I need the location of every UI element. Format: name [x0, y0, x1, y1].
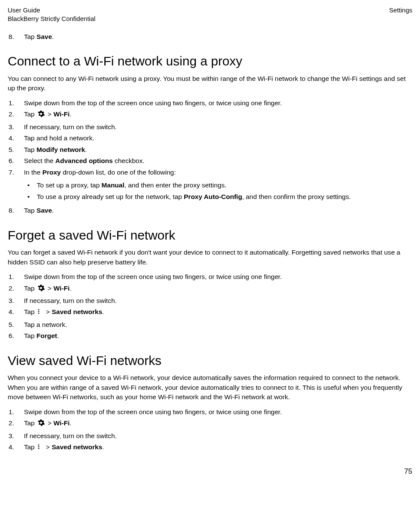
step: 2.Tap > Wi-Fi.	[8, 284, 412, 294]
step-number: 5.	[8, 145, 24, 154]
bullet-text: To set up a proxy, tap Manual, and then …	[37, 181, 226, 190]
step-number: 3.	[8, 296, 24, 305]
step-number: 2.	[8, 418, 24, 428]
step: 8. Tap Save.	[8, 32, 412, 42]
step-number: 5.	[8, 320, 24, 329]
step-text: If necessary, turn on the switch.	[24, 122, 412, 132]
step-number: 8.	[8, 32, 24, 42]
step-text: Tap > Saved networks.	[24, 307, 412, 318]
step-text: Swipe down from the top of the screen on…	[24, 272, 412, 282]
page-header: User Guide BlackBerry Strictly Confident…	[8, 6, 412, 23]
step: 4.Tap and hold a network.	[8, 133, 412, 143]
step-number: 4.	[8, 133, 24, 143]
section-title: View saved Wi-Fi networks	[8, 351, 412, 370]
prev-page-steps: 8. Tap Save.	[8, 32, 412, 42]
list-item: To set up a proxy, tap Manual, and then …	[23, 181, 412, 190]
section-intro: You can connect to any Wi-Fi network usi…	[8, 74, 412, 93]
step: 1.Swipe down from the top of the screen …	[8, 407, 412, 417]
step-number: 4.	[8, 307, 24, 317]
step-text: Tap a network.	[24, 320, 412, 329]
step: 6.Select the Advanced options checkbox.	[8, 156, 412, 166]
step: 7.In the Proxy drop-down list, do one of…	[8, 168, 412, 177]
step-number: 8.	[8, 206, 24, 215]
step: 1.Swipe down from the top of the screen …	[8, 272, 412, 282]
step-text: In the Proxy drop-down list, do one of t…	[24, 168, 412, 177]
header-right: Settings	[389, 6, 412, 23]
step-text: Tap Forget.	[24, 331, 412, 341]
step-number: 1.	[8, 272, 24, 282]
step-text: If necessary, turn on the switch.	[24, 296, 412, 305]
step-number: 3.	[8, 431, 24, 441]
step: 2.Tap > Wi-Fi.	[8, 418, 412, 429]
section-intro: You can forget a saved Wi-Fi network if …	[8, 248, 412, 267]
step: 3.If necessary, turn on the switch.	[8, 296, 412, 305]
step-text: Tap and hold a network.	[24, 133, 412, 143]
step-number: 6.	[8, 331, 24, 341]
steps-list: 1.Swipe down from the top of the screen …	[8, 98, 412, 177]
step-number: 1.	[8, 407, 24, 417]
step-text: Select the Advanced options checkbox.	[24, 156, 412, 166]
step: 6.Tap Forget.	[8, 331, 412, 341]
step-number: 2.	[8, 284, 24, 293]
step: 3.If necessary, turn on the switch.	[8, 122, 412, 132]
step-text: Tap > Wi-Fi.	[24, 284, 412, 294]
step-text: If necessary, turn on the switch.	[24, 431, 412, 441]
step-number: 3.	[8, 122, 24, 132]
steps-list: 1.Swipe down from the top of the screen …	[8, 272, 412, 341]
step-text: Tap > Saved networks.	[24, 442, 412, 453]
step: 3.If necessary, turn on the switch.	[8, 431, 412, 441]
steps-list-final: 8. Tap Save.	[8, 206, 412, 215]
step: 5.Tap a network.	[8, 320, 412, 329]
overflow-menu-icon	[37, 308, 43, 318]
step: 8. Tap Save.	[8, 206, 412, 215]
section-title: Connect to a Wi-Fi network using a proxy	[8, 52, 412, 71]
overflow-menu-icon	[37, 443, 43, 453]
step-text: Tap > Wi-Fi.	[24, 418, 412, 429]
bullet-list: To set up a proxy, tap Manual, and then …	[23, 181, 412, 202]
step-text: Swipe down from the top of the screen on…	[24, 407, 412, 417]
step-number: 7.	[8, 168, 24, 177]
gear-icon	[37, 110, 45, 120]
bullet-text: To use a proxy already set up for the ne…	[37, 192, 351, 202]
step: 2.Tap > Wi-Fi.	[8, 110, 412, 120]
step-number: 4.	[8, 442, 24, 452]
step-text: Tap Modify network.	[24, 145, 412, 154]
list-item: To use a proxy already set up for the ne…	[23, 192, 412, 202]
step-text: Tap Save.	[24, 206, 412, 215]
gear-icon	[37, 284, 45, 294]
section-intro: When you connect your device to a Wi-Fi …	[8, 373, 412, 402]
page-number: 75	[8, 466, 412, 477]
section-title: Forget a saved Wi-Fi network	[8, 226, 412, 245]
step: 1.Swipe down from the top of the screen …	[8, 98, 412, 108]
step-number: 1.	[8, 98, 24, 108]
step: 5.Tap Modify network.	[8, 145, 412, 154]
step-text: Tap Save.	[24, 32, 412, 42]
gear-icon	[37, 419, 45, 429]
step-text: Swipe down from the top of the screen on…	[24, 98, 412, 108]
step: 4.Tap > Saved networks.	[8, 442, 412, 453]
step: 4.Tap > Saved networks.	[8, 307, 412, 318]
step-number: 6.	[8, 156, 24, 166]
step-number: 2.	[8, 110, 24, 119]
doc-title: User Guide	[8, 6, 95, 15]
steps-list: 1.Swipe down from the top of the screen …	[8, 407, 412, 454]
doc-classification: BlackBerry Strictly Confidential	[8, 15, 95, 23]
header-left: User Guide BlackBerry Strictly Confident…	[8, 6, 95, 23]
step-text: Tap > Wi-Fi.	[24, 110, 412, 120]
